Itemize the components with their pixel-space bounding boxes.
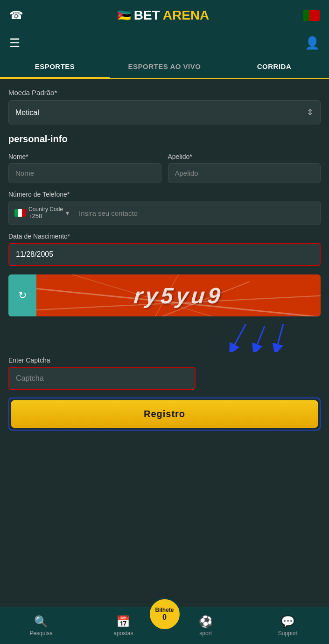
hamburger-menu[interactable]: ☰ [9, 36, 20, 50]
registro-btn-wrapper: Registro [8, 397, 321, 431]
user-icon[interactable]: 👤 [305, 36, 320, 50]
logo-arena: ARENA [163, 8, 210, 23]
bilhete-count: 0 [162, 613, 167, 622]
nav-pesquisa[interactable]: 🔍 Pesquisa [27, 615, 55, 637]
header: ☎ 🇲🇿 BETARENA [0, 0, 329, 30]
nav-sport[interactable]: ⚽ sport [192, 615, 220, 637]
tab-corrida[interactable]: CORRIDA [219, 56, 329, 78]
moeda-section: Moeda Padrão* Metical USD EUR ⇕ [8, 89, 321, 124]
main-content: Moeda Padrão* Metical USD EUR ⇕ personal… [0, 79, 329, 607]
apelido-label: Apelido* [168, 153, 321, 160]
apostas-icon: 📅 [116, 615, 130, 628]
captcha-input[interactable] [8, 367, 196, 390]
apostas-label: apostas [113, 630, 133, 637]
nome-label: Nome* [8, 153, 161, 160]
nome-input[interactable] [8, 163, 161, 183]
nome-apelido-row: Nome* Apelido* [8, 153, 321, 183]
nav-support[interactable]: 💬 Support [274, 615, 302, 637]
captcha-input-section: Enter Captcha [8, 356, 321, 390]
mz-flag-small [14, 209, 26, 217]
phone-icon[interactable]: ☎ [9, 9, 23, 22]
country-code-chevron: ▾ [66, 209, 69, 217]
captcha-input-label: Enter Captcha [8, 356, 321, 364]
svg-line-7 [276, 324, 283, 349]
phone-input-row[interactable]: Country Code +258 ▾ [8, 201, 321, 225]
nav-bar: ☰ 👤 [0, 30, 329, 56]
svg-line-5 [232, 324, 246, 349]
registro-button[interactable]: Registro [11, 400, 318, 428]
tab-esportes[interactable]: ESPORTES [0, 56, 110, 78]
telefone-label: Número de Telefone* [8, 191, 321, 198]
tab-esportes-ao-vivo[interactable]: ESPORTES AO VIVO [110, 56, 219, 78]
phone-number-input[interactable] [79, 209, 315, 217]
bottom-nav: 🔍 Pesquisa 📅 apostas Bilhete 0 ⚽ sport 💬… [0, 607, 329, 644]
bilhete-label: Bilhete [155, 607, 174, 613]
captcha-image-row: ↻ ry5yu9 [8, 274, 321, 316]
nome-group: Nome* [8, 153, 161, 183]
dob-section: Data de Nascimento* [8, 233, 321, 266]
moeda-label: Moeda Padrão* [8, 89, 321, 96]
select-arrow-icon: ⇕ [307, 107, 314, 117]
country-code-text: Country Code +258 [28, 206, 63, 220]
support-icon: 💬 [281, 615, 295, 628]
captcha-image: ry5yu9 [36, 274, 321, 316]
phone-divider [74, 206, 74, 219]
nav-apostas[interactable]: 📅 apostas [109, 615, 137, 637]
country-code-selector[interactable]: Country Code +258 ▾ [14, 206, 69, 220]
support-label: Support [278, 630, 298, 637]
logo: 🇲🇿 BETARENA [117, 8, 210, 23]
arrows-annotation [8, 324, 321, 352]
apelido-group: Apelido* [168, 153, 321, 183]
pesquisa-label: Pesquisa [29, 630, 52, 637]
dob-label: Data de Nascimento* [8, 233, 321, 240]
captcha-refresh-button[interactable]: ↻ [8, 274, 36, 316]
pt-flag[interactable] [303, 10, 320, 21]
blue-arrows-svg [209, 324, 311, 352]
personal-info-title: personal-info [8, 134, 321, 144]
dob-input[interactable] [8, 243, 321, 266]
sport-label: sport [199, 630, 212, 637]
apelido-input[interactable] [168, 163, 321, 183]
pesquisa-icon: 🔍 [34, 615, 48, 628]
tabs: ESPORTES ESPORTES AO VIVO CORRIDA [0, 56, 329, 79]
logo-bet: BET [134, 8, 160, 23]
moeda-select-wrapper[interactable]: Metical USD EUR ⇕ [8, 100, 321, 124]
bilhete-button[interactable]: Bilhete 0 [148, 598, 181, 630]
telefone-section: Número de Telefone* Country Code +258 ▾ [8, 191, 321, 225]
moeda-select[interactable]: Metical USD EUR [15, 109, 307, 116]
moz-flag-icon: 🇲🇿 [117, 9, 131, 22]
svg-line-6 [255, 326, 265, 349]
captcha-text-display: ry5yu9 [133, 283, 224, 308]
sport-icon: ⚽ [199, 615, 213, 628]
